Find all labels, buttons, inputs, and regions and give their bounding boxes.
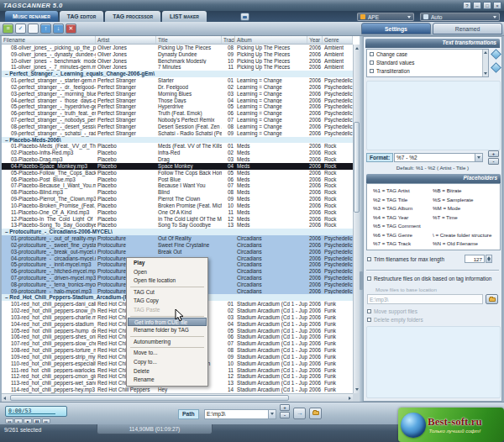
checkbox-icon[interactable] bbox=[370, 69, 374, 73]
prev-button[interactable]: ◂◂ bbox=[5, 418, 13, 424]
menu-item-tag-copy[interactable]: TAG Copy bbox=[128, 297, 207, 306]
table-row[interactable]: 01-protoculture_-_out_of_reality-mycel..… bbox=[2, 235, 353, 242]
delete-empty-folders-option[interactable]: Delete empty folders bbox=[367, 317, 423, 323]
renamed-tab[interactable]: Renamed bbox=[433, 23, 502, 34]
column-header-artist[interactable]: Artist bbox=[96, 36, 156, 44]
transform-item-change-case[interactable]: Change case bbox=[367, 50, 488, 58]
menu-item-get-info-from-cue-file[interactable]: Get info from CUE file bbox=[128, 318, 207, 327]
group-row[interactable]: – Perfect_Stranger_-_Learning_equals_Cha… bbox=[2, 71, 353, 77]
add-path-button[interactable]: + bbox=[280, 404, 290, 411]
column-header-filename[interactable]: Filename bbox=[2, 36, 96, 44]
tab-tag-editor[interactable]: TAG editor bbox=[60, 11, 104, 22]
menu-item-open[interactable]: Open bbox=[128, 268, 207, 277]
table-row[interactable]: 08-oliver_jones_-_picking_up_the_piece..… bbox=[2, 45, 353, 51]
transform-move-down-button[interactable] bbox=[491, 62, 501, 73]
menu-item-rename[interactable]: Rename bbox=[128, 376, 207, 385]
column-header-title[interactable]: Title bbox=[156, 36, 222, 44]
table-row[interactable]: 03-perfect_stranger_-_morning_blues-g...… bbox=[2, 91, 353, 97]
scroll-up-icon[interactable] bbox=[355, 47, 359, 50]
table-row[interactable]: 10-Placebo-Broken_Promise_(Feat._Mich...… bbox=[2, 203, 353, 209]
help-button[interactable]: ? bbox=[463, 2, 471, 9]
menu-item-tag-cut[interactable]: TAG Cut bbox=[128, 288, 207, 297]
pause-button[interactable]: ▮▮ bbox=[33, 418, 41, 424]
table-row[interactable]: 09-Placebo-Pierrot_The_Clown.mp3PlaceboP… bbox=[2, 196, 353, 203]
checkbox-icon[interactable] bbox=[367, 257, 371, 261]
table-row[interactable]: 03-protoculture_-_break_out-mycel.mp3Pro… bbox=[2, 249, 353, 255]
menu-item-copy-to[interactable]: Copy to... bbox=[128, 358, 207, 367]
checkbox-icon[interactable] bbox=[370, 52, 374, 56]
remove-icon[interactable]: ✕ bbox=[66, 24, 76, 34]
tab-list-maker[interactable]: LIST maker bbox=[162, 11, 207, 22]
group-row[interactable]: – Protoculture_-_Circadians-2006-MYCEL\ bbox=[2, 229, 353, 235]
tab-tag-processor[interactable]: TAG processor bbox=[105, 11, 160, 22]
format-add-button[interactable]: + bbox=[488, 150, 499, 157]
table-row[interactable]: 02-Placebo-Infra-Red.mp3PlaceboInfra-Red… bbox=[2, 150, 353, 156]
stop-button[interactable]: ■ bbox=[24, 418, 32, 424]
spinner-arrows[interactable] bbox=[486, 255, 492, 263]
uncheck-all-icon[interactable] bbox=[28, 24, 39, 34]
transform-item-standard-values[interactable]: Standard values bbox=[367, 58, 488, 66]
browse-folder-button[interactable] bbox=[309, 408, 322, 419]
format-combobox[interactable]: %7 - %2 bbox=[394, 153, 483, 162]
table-row[interactable]: 06-Placebo-Post_Blue.mp3PlaceboPost Blue… bbox=[2, 176, 353, 183]
format-remove-button[interactable]: - bbox=[488, 158, 499, 165]
table-row[interactable]: 11-oliver_jones_-_7_minutes-gem.mp3Olive… bbox=[2, 64, 353, 71]
table-row[interactable]: 07-perfect_stranger_-_nobodys_perfect...… bbox=[2, 117, 353, 124]
browse-folder-button[interactable] bbox=[486, 294, 498, 304]
table-row[interactable]: 07-Placebo-Because_I_Want_You.mp3Placebo… bbox=[2, 182, 353, 189]
menu-item-play[interactable]: Play bbox=[128, 259, 207, 268]
horizontal-scrollbar[interactable] bbox=[2, 393, 353, 402]
transform-move-up-button[interactable] bbox=[491, 49, 501, 60]
checkbox-icon[interactable] bbox=[367, 276, 371, 281]
check-all-icon[interactable]: ✓ bbox=[15, 24, 26, 34]
move-up-icon[interactable]: ↑ bbox=[40, 24, 51, 34]
horizontal-scroll-thumb[interactable] bbox=[10, 395, 289, 401]
trim-filenames-option[interactable]: Trim filenames for max length bbox=[367, 256, 444, 262]
load-path-button[interactable]: → bbox=[293, 408, 306, 419]
table-row[interactable]: 114-red_hot_chili_peppers-hey.mp3Red Hot… bbox=[2, 387, 353, 393]
scroll-down-icon[interactable] bbox=[484, 72, 487, 75]
column-header-year[interactable]: Year bbox=[307, 36, 323, 44]
table-row[interactable]: 02-perfect_stranger_-_dr._feelgood-ge...… bbox=[2, 84, 353, 91]
remove-path-button[interactable]: - bbox=[280, 412, 290, 418]
tab-menu-button[interactable] bbox=[240, 13, 249, 21]
column-header-album[interactable]: Album bbox=[235, 36, 307, 44]
minimize-button[interactable]: – bbox=[473, 2, 481, 9]
table-row[interactable]: 05-Placebo-Follow_The_Cops_Back_Hom...Pl… bbox=[2, 170, 353, 176]
table-row[interactable]: 12-Placebo-In_The_Cold_Light_Of_The_...P… bbox=[2, 216, 353, 223]
table-row[interactable]: 08-perfect_stranger_-_desert_session_f..… bbox=[2, 124, 353, 130]
checkbox-icon[interactable] bbox=[367, 309, 371, 313]
format-dropdown-button[interactable] bbox=[475, 154, 482, 161]
table-row[interactable]: 05-perfect_stranger_-_hyperdrive-gem...P… bbox=[2, 103, 353, 110]
scroll-up-icon[interactable] bbox=[484, 51, 487, 54]
list-scrollbar[interactable] bbox=[482, 50, 488, 76]
table-row[interactable]: 06-perfect_stranger_-_truth_feat._emo...… bbox=[2, 110, 353, 117]
table-row[interactable]: 11-Placebo-One_Of_A_Kind.mp3PlaceboOne O… bbox=[2, 209, 353, 216]
scroll-right-icon[interactable] bbox=[349, 397, 351, 400]
table-row[interactable]: 02-protoculture_-_sweet_fine_crystaline.… bbox=[2, 242, 353, 249]
maximize-button[interactable]: □ bbox=[483, 2, 491, 9]
column-header-track[interactable]: Track bbox=[222, 36, 235, 44]
move-down-icon[interactable]: ↓ bbox=[53, 24, 64, 34]
scroll-left-icon[interactable] bbox=[3, 397, 6, 400]
table-row[interactable]: 08-Placebo-Blind.mp3PlaceboBlind08Meds20… bbox=[2, 189, 353, 196]
table-row[interactable]: 01-perfect_stranger_-_starter-gem.mp3Per… bbox=[2, 77, 353, 84]
transform-item-transliteration[interactable]: Transliteration bbox=[367, 66, 488, 75]
table-row[interactable]: 04-Placebo-Space_Monkey.mp3PlaceboSpace … bbox=[2, 163, 353, 170]
menu-item-delete[interactable]: Delete bbox=[128, 367, 207, 376]
base-location-input[interactable]: E:\mp3\ bbox=[367, 294, 483, 304]
ape-format-select[interactable]: APE bbox=[357, 13, 414, 21]
move-support-files-option[interactable]: Move support files bbox=[367, 308, 417, 314]
table-row[interactable]: 01-Placebo-Meds_(Feat._VV_of_The_Kills..… bbox=[2, 143, 353, 150]
title-bar[interactable]: TAGSCANNER 5.0 ?–□× bbox=[0, 0, 504, 11]
table-row[interactable]: 04-perfect_stranger_-_those_days-gem...P… bbox=[2, 97, 353, 104]
tag-mode-select[interactable]: Auto bbox=[420, 13, 500, 21]
path-dropdown-button[interactable] bbox=[268, 410, 276, 418]
vertical-scrollbar[interactable] bbox=[353, 45, 360, 393]
scroll-down-icon[interactable] bbox=[355, 388, 359, 391]
max-length-spinner[interactable]: 127 bbox=[465, 255, 485, 263]
column-header-genre[interactable]: Genre bbox=[323, 36, 353, 44]
checkbox-icon[interactable] bbox=[370, 61, 374, 65]
table-row[interactable]: 13-Placebo-Song_To_Say_Goodbye.mp3Placeb… bbox=[2, 222, 353, 229]
settings-tab[interactable]: Settings bbox=[361, 23, 431, 34]
